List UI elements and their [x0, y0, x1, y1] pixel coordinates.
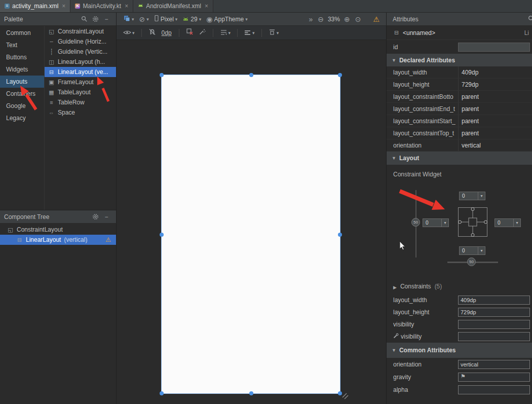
alpha-input[interactable] — [458, 385, 530, 394]
section-collapsed-icon[interactable]: ▶ — [393, 285, 397, 290]
attr-row-orientation[interactable]: orientationvertical — [387, 139, 532, 152]
toolbar-overflow-button[interactable]: » — [306, 14, 315, 25]
attr-value[interactable]: parent — [458, 103, 532, 115]
tree-item-linearlayout-vertical[interactable]: ⊟ LinearLayout (vertical) ⚠ — [0, 235, 116, 245]
resize-handle-mid-left[interactable] — [160, 233, 164, 237]
attr-row-constraint-start[interactable]: layout_constraintStart_parent — [387, 115, 532, 127]
design-surface[interactable] — [117, 40, 386, 404]
margin-left-dropdown[interactable]: 0 ▾ — [423, 218, 449, 227]
attr-row-constraint-top[interactable]: layout_constraintTop_tparent — [387, 127, 532, 139]
zoom-level[interactable]: 33% — [326, 16, 341, 23]
palette-item-linearlayout-horizontal[interactable]: ◫LinearLayout (h... — [45, 57, 116, 67]
layout-height-input[interactable] — [458, 308, 530, 317]
zoom-to-fit-button[interactable]: ⊙ — [353, 14, 364, 25]
tools-visibility-input[interactable] — [458, 332, 530, 341]
palette-item-space[interactable]: ⇔Space — [45, 107, 116, 118]
palette-category-text[interactable]: Text — [0, 39, 44, 51]
attr-value[interactable]: vertical — [458, 139, 532, 151]
chevron-down-icon[interactable]: ▾ — [478, 192, 485, 200]
palette-item-guideline-vertical[interactable]: ┆Guideline (Vertic... — [45, 47, 116, 57]
chevron-down-icon[interactable]: ▾ — [513, 219, 520, 227]
view-options-button[interactable]: ▾ — [122, 27, 136, 39]
resize-handle-mid-right[interactable] — [338, 233, 342, 237]
gravity-input[interactable] — [458, 373, 530, 382]
attr-row-layout-width[interactable]: layout_width409dp — [387, 66, 532, 79]
zoom-in-button[interactable]: ⊕ — [341, 14, 353, 25]
margin-bottom-dropdown[interactable]: 0 ▾ — [459, 246, 485, 255]
pack-button[interactable]: ▾ — [267, 27, 281, 39]
palette-item-tablerow[interactable]: ≡TableRow — [45, 97, 116, 107]
palette-item-constraintlayout[interactable]: ◱ConstraintLayout — [45, 26, 116, 36]
hide-panel-icon[interactable]: − — [101, 212, 112, 222]
palette-category-buttons[interactable]: Buttons — [0, 51, 44, 63]
warning-icon[interactable]: ⚠ — [105, 236, 111, 243]
palette-item-linearlayout-vertical[interactable]: ⊟LinearLayout (ve... — [45, 67, 116, 77]
vertical-bias-handle[interactable]: 50 — [411, 218, 420, 227]
autoconnect-toggle[interactable] — [147, 27, 158, 39]
margin-right-dropdown[interactable]: 0 ▾ — [495, 218, 521, 227]
flag-icon[interactable]: ⚑ — [461, 373, 466, 380]
api-level-selector[interactable]: 29 ▾ — [180, 14, 204, 25]
theme-selector[interactable]: ◉ AppTheme ▾ — [204, 14, 250, 25]
attr-value[interactable]: parent — [458, 115, 532, 127]
constraint-widget-square[interactable] — [458, 207, 487, 238]
orientation-input[interactable] — [458, 360, 530, 369]
chevron-down-icon[interactable]: ▾ — [441, 219, 448, 227]
palette-category-layouts[interactable]: Layouts — [0, 76, 44, 88]
attr-value[interactable]: parent — [458, 91, 532, 102]
hide-panel-icon[interactable]: − — [101, 14, 112, 24]
close-icon[interactable]: × — [62, 3, 65, 10]
attr-value[interactable]: parent — [458, 127, 532, 139]
tab-androidmanifest-xml[interactable]: AndroidManifest.xml × — [133, 0, 213, 12]
guidelines-button[interactable]: ▾ — [218, 27, 233, 39]
close-icon[interactable]: × — [205, 3, 208, 10]
orientation-selector[interactable]: ⊘ ▾ — [137, 14, 151, 25]
palette-category-google[interactable]: Google — [0, 100, 44, 112]
section-expanded-icon[interactable]: ▼ — [392, 348, 396, 353]
section-expanded-icon[interactable]: ▼ — [392, 58, 396, 63]
resize-handle-top-center[interactable] — [249, 73, 253, 77]
chevron-down-icon[interactable]: ▾ — [478, 247, 485, 254]
close-icon[interactable]: × — [125, 3, 128, 10]
palette-category-containers[interactable]: Containers — [0, 88, 44, 100]
layout-width-input[interactable] — [458, 296, 530, 305]
attr-value[interactable]: 409dp — [458, 66, 532, 78]
layout-section-header[interactable]: ▼ Layout — [387, 152, 532, 165]
attr-row-layout-height[interactable]: layout_height729dp — [387, 79, 532, 91]
tab-mainactivity-kt[interactable]: K MainActivity.kt × — [70, 0, 133, 12]
palette-category-widgets[interactable]: Widgets — [0, 63, 44, 76]
device-canvas-linearlayout[interactable] — [161, 75, 340, 394]
resize-handle-top-left[interactable] — [160, 73, 164, 77]
horizontal-bias-handle[interactable]: 50 — [467, 258, 476, 266]
tab-activity-main-xml[interactable]: ≡ activity_main.xml × — [0, 0, 70, 12]
search-icon[interactable] — [528, 15, 532, 24]
resize-handle-bottom-right[interactable] — [338, 391, 342, 395]
align-button[interactable]: ▾ — [243, 27, 256, 39]
gear-icon[interactable] — [90, 212, 101, 222]
warnings-button[interactable]: ⚠ — [370, 14, 382, 25]
palette-item-tablelayout[interactable]: ▦TableLayout — [45, 87, 116, 97]
palette-item-framelayout[interactable]: ▣FrameLayout — [45, 77, 116, 87]
tree-item-constraintlayout[interactable]: ◱ ConstraintLayout — [0, 225, 116, 235]
attr-value[interactable]: 729dp — [458, 79, 532, 90]
margin-top-dropdown[interactable]: 0 ▾ — [459, 192, 485, 200]
palette-category-legacy[interactable]: Legacy — [0, 112, 44, 124]
selected-component-row[interactable]: ⊟ <unnamed> Li — [387, 26, 532, 40]
infer-constraints-button[interactable] — [197, 27, 208, 39]
constraints-section-toggle[interactable]: ▶ Constraints (5) — [387, 276, 532, 294]
zoom-out-button[interactable]: ⊖ — [315, 14, 326, 25]
declared-attributes-section-header[interactable]: ▼ Declared Attributes — [387, 54, 532, 66]
resize-handle-bottom-left[interactable] — [160, 391, 164, 395]
palette-item-guideline-horizontal[interactable]: ┄Guideline (Horiz... — [45, 36, 116, 47]
attr-row-constraint-end[interactable]: layout_constraintEnd_tparent — [387, 103, 532, 115]
attr-row-constraint-bottom[interactable]: layout_constraintBottoparent — [387, 91, 532, 103]
device-selector[interactable]: Pixel ▾ — [151, 14, 180, 25]
section-expanded-icon[interactable]: ▼ — [392, 156, 396, 161]
gear-icon[interactable] — [90, 14, 101, 24]
common-attributes-section-header[interactable]: ▼ Common Attributes — [387, 343, 532, 358]
resize-handle-top-right[interactable] — [338, 73, 342, 77]
default-margin-dropdown[interactable]: 0dp — [160, 29, 174, 36]
palette-category-common[interactable]: Common — [0, 27, 44, 39]
clear-constraints-button[interactable] — [184, 27, 195, 39]
id-input[interactable] — [458, 43, 530, 52]
